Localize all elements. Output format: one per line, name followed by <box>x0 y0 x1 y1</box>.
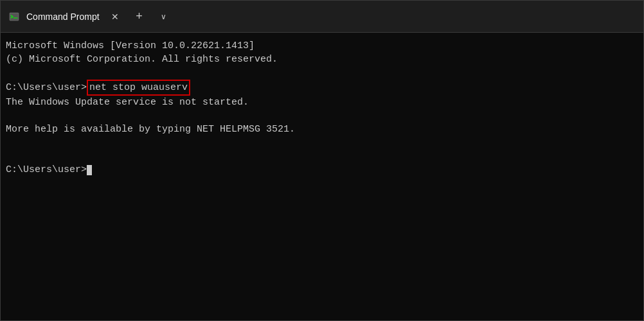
svg-rect-0 <box>10 13 19 21</box>
prompt-2: C:\Users\user> <box>6 163 87 177</box>
terminal-content[interactable]: Microsoft Windows [Version 10.0.22621.14… <box>1 33 643 320</box>
tab-close-button[interactable]: ✕ <box>106 8 124 26</box>
window-title: Command Prompt <box>26 12 100 22</box>
output-line-3: The Windows Update service is not starte… <box>6 96 638 109</box>
command-prompt-window: Command Prompt ✕ + ∨ Microsoft Windows [… <box>0 0 644 321</box>
empty-line-1 <box>6 66 638 80</box>
empty-line-3 <box>6 136 638 150</box>
command-line-1: C:\Users\user>net stop wuauserv <box>6 80 638 96</box>
cursor <box>87 165 92 175</box>
output-line-1: Microsoft Windows [Version 10.0.22621.14… <box>6 39 638 53</box>
dropdown-button[interactable]: ∨ <box>155 8 173 26</box>
terminal-icon <box>8 11 20 22</box>
empty-line-2 <box>6 109 638 123</box>
output-line-2: (c) Microsoft Corporation. All rights re… <box>6 53 638 66</box>
title-bar-left: Command Prompt ✕ + ∨ <box>8 8 636 26</box>
title-bar: Command Prompt ✕ + ∨ <box>1 1 643 33</box>
output-line-4: More help is available by typing NET HEL… <box>6 123 638 136</box>
prompt-1: C:\Users\user> <box>6 81 87 94</box>
empty-line-4 <box>6 150 638 163</box>
new-tab-button[interactable]: + <box>130 8 148 26</box>
command-text-1: net stop wuauserv <box>87 80 190 96</box>
current-prompt-line: C:\Users\user> <box>6 163 638 177</box>
